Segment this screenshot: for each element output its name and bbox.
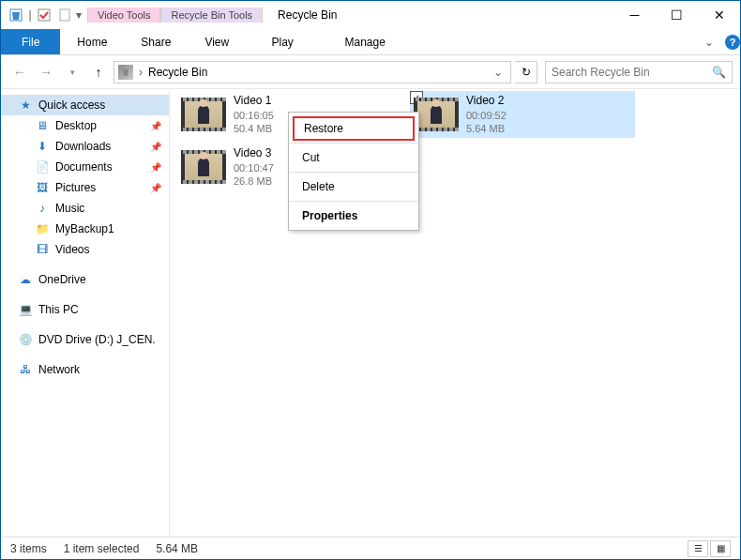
video-thumbnail (181, 150, 226, 184)
address-bar[interactable]: › Recycle Bin ⌄ (113, 61, 511, 83)
network-icon: 🖧 (18, 362, 33, 377)
help-icon[interactable]: ? (725, 35, 740, 50)
file-list[interactable]: Video 1 00:16:05 50.4 MB ✓ Video 2 00:09… (170, 89, 740, 537)
sidebar-item-music[interactable]: ♪ Music (1, 198, 169, 219)
folder-icon: 📁 (35, 221, 50, 236)
forward-button[interactable]: → (35, 61, 57, 83)
file-meta: Video 2 00:09:52 5.64 MB (466, 94, 507, 135)
file-name: Video 3 (234, 146, 274, 161)
ribbon-expand-icon[interactable]: ⌄ (697, 36, 721, 49)
file-meta: Video 3 00:10:47 26.8 MB (234, 146, 274, 188)
file-tab[interactable]: File (1, 29, 60, 54)
context-menu-separator (289, 172, 418, 173)
status-item-count: 3 items (10, 542, 47, 555)
back-button[interactable]: ← (8, 61, 31, 83)
svg-rect-2 (60, 9, 69, 21)
documents-icon: 📄 (35, 159, 50, 174)
search-box[interactable]: 🔍 (545, 61, 733, 83)
recycle-bin-addr-icon (118, 65, 133, 80)
video-tools-tab-header[interactable]: Video Tools (87, 8, 160, 23)
onedrive-icon: ☁ (18, 272, 33, 287)
recycle-bin-tools-tab-header[interactable]: Recycle Bin Tools (160, 8, 263, 23)
close-button[interactable]: ✕ (698, 2, 740, 28)
file-name: Video 1 (234, 94, 274, 109)
recent-dropdown-icon[interactable]: ▾ (61, 61, 83, 83)
qat-dropdown-icon[interactable]: ▾ (76, 8, 82, 22)
video-thumbnail (414, 98, 459, 131)
address-bar-row: ← → ▾ ↑ › Recycle Bin ⌄ ↻ 🔍 (1, 55, 740, 89)
status-selection-count: 1 item selected (64, 542, 140, 555)
view-mode-toggle: ☰ ▦ (688, 540, 731, 557)
file-size: 5.64 MB (466, 122, 507, 135)
file-duration: 00:09:52 (466, 109, 507, 122)
context-menu-cut[interactable]: Cut (289, 145, 418, 170)
videos-icon: 🎞 (35, 242, 50, 257)
checkbox-qat-icon[interactable] (35, 6, 53, 24)
file-duration: 00:10:47 (234, 161, 274, 174)
recycle-bin-icon[interactable] (7, 6, 25, 24)
video-thumbnail (181, 98, 226, 131)
context-menu: Restore Cut Delete Properties (288, 112, 419, 231)
blank-doc-icon[interactable] (55, 6, 74, 24)
details-view-button[interactable]: ☰ (688, 540, 708, 557)
sidebar-item-quick-access[interactable]: ★ Quick access (1, 95, 169, 115)
refresh-button[interactable]: ↻ (515, 61, 537, 83)
sidebar-item-mybackup[interactable]: 📁 MyBackup1 (1, 219, 169, 239)
play-tab[interactable]: Play (246, 29, 319, 54)
context-menu-separator (289, 143, 418, 144)
svg-rect-1 (38, 9, 50, 21)
status-selection-size: 5.64 MB (156, 542, 198, 555)
navigation-pane: ★ Quick access 🖥 Desktop 📌 ⬇ Downloads 📌… (1, 89, 170, 537)
sidebar-item-pictures[interactable]: 🖼 Pictures 📌 (1, 177, 169, 198)
ribbon: File Home Share View Play Manage ⌄ ? (1, 29, 740, 55)
icons-view-button[interactable]: ▦ (710, 540, 731, 557)
title-bar: | ▾ Video Tools Recycle Bin Tools Recycl… (1, 1, 740, 29)
sidebar-item-dvd[interactable]: 💿 DVD Drive (D:) J_CEN. (1, 329, 169, 350)
address-history-dropdown-icon[interactable]: ⌄ (490, 66, 507, 79)
context-menu-restore[interactable]: Restore (293, 116, 415, 141)
file-meta: Video 1 00:16:05 50.4 MB (234, 94, 274, 135)
star-icon: ★ (18, 98, 33, 113)
breadcrumb-location[interactable]: Recycle Bin (144, 66, 211, 79)
window-title: Recycle Bin (263, 8, 613, 22)
pin-icon: 📌 (150, 142, 161, 152)
breadcrumb-sep[interactable]: › (137, 66, 144, 79)
up-button[interactable]: ↑ (87, 61, 110, 83)
context-menu-delete[interactable]: Delete (289, 174, 418, 199)
status-bar: 3 items 1 item selected 5.64 MB ☰ ▦ (1, 537, 740, 559)
search-input[interactable] (552, 66, 712, 79)
pin-icon: 📌 (150, 162, 161, 173)
music-icon: ♪ (35, 201, 50, 216)
view-tab[interactable]: View (188, 29, 246, 54)
pin-icon: 📌 (150, 121, 161, 131)
sidebar-item-this-pc[interactable]: 💻 This PC (1, 299, 169, 320)
search-icon[interactable]: 🔍 (712, 66, 726, 79)
sidebar-item-videos[interactable]: 🎞 Videos (1, 239, 169, 260)
quick-access-toolbar: | ▾ (1, 1, 87, 29)
contextual-tabs: Video Tools Recycle Bin Tools (87, 8, 263, 23)
downloads-icon: ⬇ (35, 139, 50, 154)
context-menu-separator (289, 201, 418, 202)
sidebar-item-documents[interactable]: 📄 Documents 📌 (1, 157, 169, 177)
maximize-button[interactable]: ☐ (656, 2, 698, 28)
home-tab[interactable]: Home (60, 29, 124, 54)
sidebar-item-network[interactable]: 🖧 Network (1, 359, 169, 380)
context-menu-properties[interactable]: Properties (289, 204, 418, 228)
file-item-video-2[interactable]: ✓ Video 2 00:09:52 5.64 MB (410, 91, 635, 138)
file-name: Video 2 (466, 94, 507, 109)
manage-tab[interactable]: Manage (319, 29, 411, 54)
file-size: 26.8 MB (234, 174, 274, 188)
explorer-body: ★ Quick access 🖥 Desktop 📌 ⬇ Downloads 📌… (1, 89, 740, 537)
share-tab[interactable]: Share (124, 29, 188, 54)
minimize-button[interactable]: ─ (613, 2, 656, 28)
qat-separator: | (27, 8, 33, 22)
pictures-icon: 🖼 (35, 180, 50, 195)
window-controls: ─ ☐ ✕ (613, 2, 740, 28)
sidebar-item-downloads[interactable]: ⬇ Downloads 📌 (1, 136, 169, 157)
file-duration: 00:16:05 (234, 109, 274, 122)
dvd-icon: 💿 (18, 332, 33, 347)
file-size: 50.4 MB (234, 122, 274, 135)
sidebar-item-desktop[interactable]: 🖥 Desktop 📌 (1, 115, 169, 136)
sidebar-item-onedrive[interactable]: ☁ OneDrive (1, 269, 169, 290)
this-pc-icon: 💻 (18, 302, 33, 317)
